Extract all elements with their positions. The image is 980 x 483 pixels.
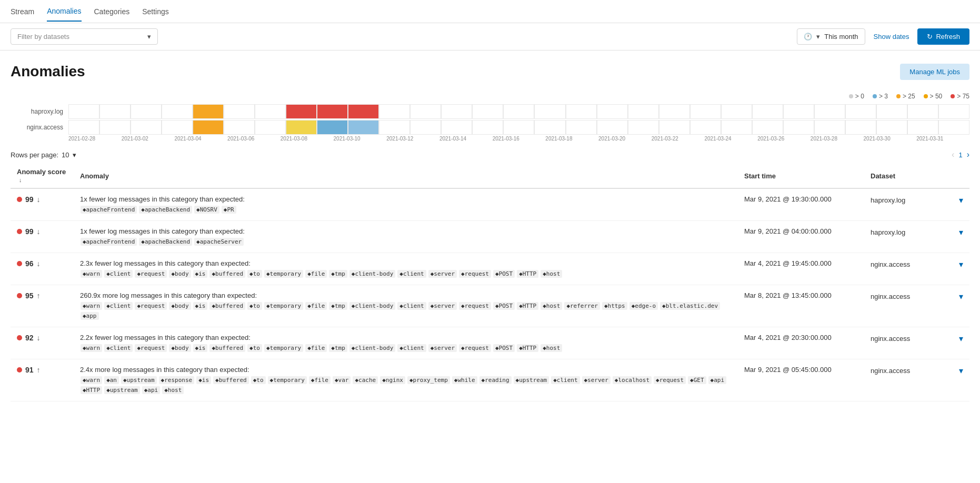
expand-row-icon[interactable]: ▾ — [959, 334, 963, 344]
prev-page-button[interactable]: ‹ — [952, 150, 954, 159]
anomaly-cell: 260.9x more log messages in this categor… — [74, 285, 738, 327]
nav-settings[interactable]: Settings — [142, 2, 169, 21]
legend-dot-3 — [924, 94, 928, 98]
expand-row-icon[interactable]: ▾ — [959, 366, 963, 376]
start-time-cell: Mar 4, 2021 @ 19:45:00.000 — [738, 253, 864, 285]
refresh-label: Refresh — [936, 33, 960, 41]
tag: ◆host — [541, 344, 562, 352]
nav-stream[interactable]: Stream — [11, 2, 34, 21]
tag: ◆client — [104, 302, 133, 310]
tag: ◆to — [247, 344, 262, 352]
legend-dot-1 — [873, 94, 877, 98]
start-time-cell: Mar 9, 2021 @ 19:30:00.000 — [738, 188, 864, 221]
chart-cell — [99, 120, 131, 135]
tag: ◆apacheBackend — [139, 206, 192, 214]
anomaly-cell: 2.3x fewer log messages in this category… — [74, 253, 738, 285]
chart-cell — [162, 120, 193, 135]
dataset-cell: nginx.access ▾ — [864, 359, 969, 401]
current-page-number: 1 — [958, 151, 962, 159]
next-page-button[interactable]: › — [967, 150, 969, 159]
score-cell: 91 ↑ — [11, 359, 74, 401]
col-anomaly: Anomaly — [74, 164, 738, 188]
chart-cell — [255, 120, 286, 135]
tag: ◆to — [251, 376, 266, 384]
chart-cell — [690, 104, 721, 119]
chart-row-nginx: nginx.access — [11, 120, 969, 135]
anomaly-description: 2.2x fewer log messages in this category… — [80, 334, 732, 341]
chart-cell — [379, 120, 410, 135]
chart-cells-nginx[interactable] — [68, 120, 969, 135]
chart-cell — [410, 120, 441, 135]
expand-row-icon[interactable]: ▾ — [959, 259, 963, 269]
col-anomaly-score[interactable]: Anomaly score ↓ — [11, 164, 74, 188]
chart-cell — [783, 120, 814, 135]
chart-cells-haproxy[interactable] — [68, 104, 969, 119]
legend-item-0: > 0 — [849, 93, 864, 100]
chart-cell-blue — [317, 120, 348, 135]
chart-label-nginx: nginx.access — [11, 124, 68, 131]
chart-cell — [721, 104, 752, 119]
tag: ◆host — [162, 386, 184, 394]
tag: ◆client — [397, 344, 426, 352]
legend-dot-0 — [849, 94, 853, 98]
time-selector[interactable]: 🕐 ▾ This month — [797, 28, 865, 45]
tag: ◆nginx — [380, 376, 405, 384]
tag: ◆POST — [493, 270, 515, 278]
dataset-cell: haproxy.log ▾ — [864, 188, 969, 221]
filter-dropdown[interactable]: Filter by datasets ▾ — [11, 28, 158, 45]
tag: ◆POST — [493, 302, 515, 310]
expand-row-icon[interactable]: ▾ — [959, 291, 963, 301]
chart-cell — [410, 104, 441, 119]
chart-cell — [503, 104, 534, 119]
toolbar-right: 🕐 ▾ This month Show dates ↻ Refresh — [797, 28, 969, 45]
chart-cell — [566, 104, 597, 119]
direction-arrow-icon: ↓ — [37, 259, 41, 268]
page-header: Anomalies Manage ML jobs — [11, 63, 969, 80]
expand-row-icon[interactable]: ▾ — [959, 195, 963, 205]
nav-anomalies[interactable]: Anomalies — [47, 2, 81, 22]
tag: ◆warn — [81, 376, 102, 384]
tag: ◆apacheBackend — [139, 238, 192, 246]
dataset-name: nginx.access — [871, 367, 910, 375]
chart-cell — [503, 120, 534, 135]
tag: ◆body — [169, 302, 191, 310]
tag: ◆file — [305, 270, 327, 278]
anomaly-tags: ◆apacheFrontend◆apacheBackend◆NOSRV◆PR — [80, 205, 732, 214]
anomaly-cell: 1x fewer log messages in this category t… — [74, 221, 738, 253]
chart-cell — [783, 104, 814, 119]
show-dates-button[interactable]: Show dates — [874, 33, 909, 41]
dataset-name: haproxy.log — [871, 228, 905, 236]
chart-row-haproxy: haproxy.log — [11, 104, 969, 119]
manage-ml-button[interactable]: Manage ML jobs — [900, 64, 969, 80]
legend-dot-4 — [951, 94, 955, 98]
direction-arrow-icon: ↓ — [37, 195, 41, 204]
clock-icon: 🕐 — [804, 33, 812, 41]
tag: ◆apacheServer — [194, 238, 244, 246]
refresh-button[interactable]: ↻ Refresh — [917, 28, 969, 45]
score-dot — [17, 293, 22, 298]
score-dot — [17, 261, 22, 266]
rows-per-page-selector[interactable]: Rows per page: 10 ▾ — [11, 151, 76, 159]
rows-per-page-value: 10 — [62, 151, 69, 159]
tag: ◆HTTP — [517, 302, 538, 310]
tag: ◆upstream — [514, 376, 549, 384]
clock-chevron-icon: ▾ — [816, 33, 820, 41]
legend-dot-2 — [896, 94, 901, 98]
tag: ◆POST — [493, 344, 515, 352]
tag: ◆apacheFrontend — [81, 206, 137, 214]
chart-cell — [566, 120, 597, 135]
tag: ◆warn — [81, 344, 102, 352]
refresh-icon: ↻ — [927, 33, 933, 41]
direction-arrow-icon: ↑ — [37, 366, 41, 374]
tag: ◆server — [582, 376, 611, 384]
chart-cell — [938, 104, 969, 119]
expand-row-icon[interactable]: ▾ — [959, 227, 963, 237]
tag: ◆cache — [353, 376, 378, 384]
tag: ◆client — [104, 270, 133, 278]
nav-categories[interactable]: Categories — [94, 2, 130, 21]
chart-cell — [659, 120, 690, 135]
anomaly-cell: 1x fewer log messages in this category t… — [74, 188, 738, 221]
tag: ◆temporary — [264, 302, 303, 310]
tag: ◆body — [169, 344, 191, 352]
tag: ◆request — [135, 344, 167, 352]
